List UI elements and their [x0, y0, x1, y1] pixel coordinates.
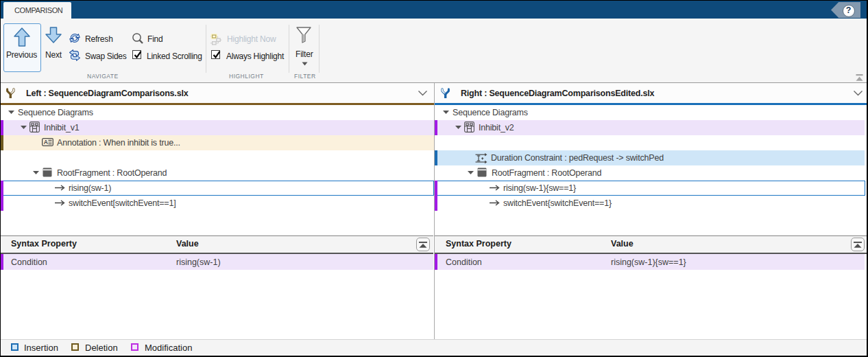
- svg-text:A: A: [44, 139, 48, 146]
